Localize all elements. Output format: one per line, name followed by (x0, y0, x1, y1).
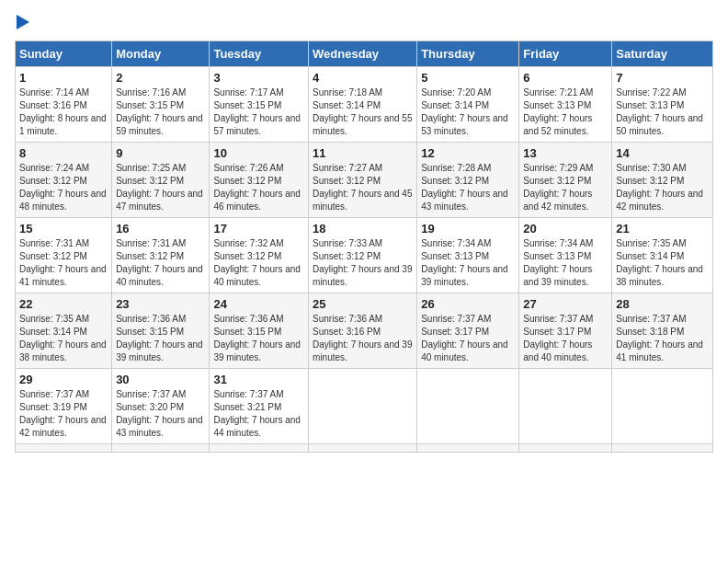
daylight: Daylight: 7 hours and 45 minutes. (313, 189, 412, 212)
day-info: Sunrise: 7:37 AM Sunset: 3:17 PM Dayligh… (523, 313, 608, 364)
day-info: Sunrise: 7:31 AM Sunset: 3:12 PM Dayligh… (19, 237, 108, 289)
daylight: Daylight: 7 hours and 39 minutes. (421, 264, 508, 287)
day-info: Sunrise: 7:36 AM Sunset: 3:16 PM Dayligh… (313, 313, 413, 364)
sunrise: Sunrise: 7:37 AM (213, 389, 283, 399)
sunset: Sunset: 3:12 PM (213, 176, 281, 186)
day-number: 19 (421, 222, 515, 236)
calendar-day-cell: 2 Sunrise: 7:16 AM Sunset: 3:15 PM Dayli… (112, 67, 210, 143)
sunset: Sunset: 3:16 PM (313, 327, 381, 337)
col-thursday: Thursday (417, 41, 519, 67)
calendar-day-cell (16, 444, 112, 453)
sunrise: Sunrise: 7:37 AM (421, 314, 491, 324)
daylight: Daylight: 7 hours and 48 minutes. (19, 189, 107, 212)
calendar-day-cell: 27 Sunrise: 7:37 AM Sunset: 3:17 PM Dayl… (519, 293, 612, 369)
day-info: Sunrise: 7:17 AM Sunset: 3:15 PM Dayligh… (213, 86, 304, 138)
day-info: Sunrise: 7:32 AM Sunset: 3:12 PM Dayligh… (213, 237, 304, 289)
sunset: Sunset: 3:15 PM (116, 100, 184, 110)
sunset: Sunset: 3:12 PM (116, 176, 184, 186)
calendar-day-cell: 11 Sunrise: 7:27 AM Sunset: 3:12 PM Dayl… (309, 143, 417, 218)
daylight: Daylight: 7 hours and 38 minutes. (19, 339, 107, 362)
day-number: 24 (213, 297, 304, 311)
sunrise: Sunrise: 7:25 AM (116, 163, 186, 173)
calendar-week-row (16, 444, 713, 453)
sunset: Sunset: 3:12 PM (116, 251, 184, 261)
sunset: Sunset: 3:13 PM (523, 100, 591, 110)
daylight: Daylight: 7 hours and 47 minutes. (116, 189, 203, 212)
day-info: Sunrise: 7:27 AM Sunset: 3:12 PM Dayligh… (313, 162, 413, 213)
calendar-day-cell: 16 Sunrise: 7:31 AM Sunset: 3:12 PM Dayl… (112, 218, 210, 293)
day-number: 18 (313, 222, 413, 236)
daylight: Daylight: 7 hours and 57 minutes. (213, 113, 301, 136)
calendar-day-cell: 30 Sunrise: 7:37 AM Sunset: 3:20 PM Dayl… (112, 369, 210, 444)
calendar-day-cell: 25 Sunrise: 7:36 AM Sunset: 3:16 PM Dayl… (309, 293, 417, 369)
day-number: 7 (616, 71, 709, 85)
calendar-day-cell: 6 Sunrise: 7:21 AM Sunset: 3:13 PM Dayli… (519, 67, 612, 143)
day-info: Sunrise: 7:34 AM Sunset: 3:13 PM Dayligh… (421, 237, 515, 289)
sunrise: Sunrise: 7:37 AM (523, 314, 593, 324)
sunrise: Sunrise: 7:36 AM (116, 314, 186, 324)
day-number: 13 (523, 146, 608, 160)
daylight: Daylight: 7 hours and 41 minutes. (19, 264, 107, 287)
day-number: 31 (213, 373, 304, 386)
calendar-day-cell: 4 Sunrise: 7:18 AM Sunset: 3:14 PM Dayli… (309, 67, 417, 143)
calendar-day-cell: 20 Sunrise: 7:34 AM Sunset: 3:13 PM Dayl… (519, 218, 612, 293)
calendar-day-cell (519, 369, 612, 444)
sunrise: Sunrise: 7:33 AM (313, 238, 382, 248)
day-info: Sunrise: 7:14 AM Sunset: 3:16 PM Dayligh… (19, 86, 108, 138)
logo (15, 15, 29, 29)
daylight: Daylight: 7 hours and 42 minutes. (523, 189, 592, 212)
day-number: 21 (616, 222, 709, 236)
calendar-day-cell (210, 444, 309, 453)
sunset: Sunset: 3:19 PM (19, 402, 87, 412)
day-info: Sunrise: 7:34 AM Sunset: 3:13 PM Dayligh… (523, 237, 608, 289)
sunrise: Sunrise: 7:22 AM (616, 87, 686, 98)
calendar-week-row: 1 Sunrise: 7:14 AM Sunset: 3:16 PM Dayli… (16, 67, 713, 143)
day-info: Sunrise: 7:28 AM Sunset: 3:12 PM Dayligh… (421, 162, 515, 213)
daylight: Daylight: 7 hours and 43 minutes. (421, 189, 508, 212)
sunrise: Sunrise: 7:21 AM (523, 87, 593, 98)
calendar-week-row: 22 Sunrise: 7:35 AM Sunset: 3:14 PM Dayl… (16, 293, 713, 369)
sunset: Sunset: 3:14 PM (421, 100, 489, 110)
calendar-day-cell: 26 Sunrise: 7:37 AM Sunset: 3:17 PM Dayl… (417, 293, 519, 369)
sunrise: Sunrise: 7:37 AM (19, 389, 89, 399)
daylight: Daylight: 7 hours and 38 minutes. (616, 264, 703, 287)
sunset: Sunset: 3:12 PM (313, 251, 381, 261)
day-number: 11 (313, 146, 413, 160)
calendar-day-cell: 14 Sunrise: 7:30 AM Sunset: 3:12 PM Dayl… (612, 143, 713, 218)
sunrise: Sunrise: 7:31 AM (19, 238, 89, 248)
calendar-day-cell (612, 369, 713, 444)
day-info: Sunrise: 7:25 AM Sunset: 3:12 PM Dayligh… (116, 162, 205, 213)
day-info: Sunrise: 7:36 AM Sunset: 3:15 PM Dayligh… (116, 313, 205, 364)
sunset: Sunset: 3:14 PM (313, 100, 381, 110)
day-number: 6 (523, 71, 608, 85)
sunrise: Sunrise: 7:36 AM (213, 314, 283, 324)
day-number: 10 (213, 146, 304, 160)
daylight: Daylight: 7 hours and 46 minutes. (213, 189, 301, 212)
calendar-day-cell (112, 444, 210, 453)
day-number: 23 (116, 297, 205, 311)
day-number: 16 (116, 222, 205, 236)
daylight: Daylight: 7 hours and 40 minutes. (523, 339, 592, 362)
day-info: Sunrise: 7:37 AM Sunset: 3:20 PM Dayligh… (116, 388, 205, 440)
calendar-day-cell (519, 444, 612, 453)
calendar-day-cell: 13 Sunrise: 7:29 AM Sunset: 3:12 PM Dayl… (519, 143, 612, 218)
sunset: Sunset: 3:21 PM (213, 402, 281, 412)
daylight: Daylight: 7 hours and 40 minutes. (421, 339, 508, 362)
day-number: 5 (421, 71, 515, 85)
calendar-day-cell: 7 Sunrise: 7:22 AM Sunset: 3:13 PM Dayli… (612, 67, 713, 143)
sunrise: Sunrise: 7:35 AM (616, 238, 686, 248)
calendar-week-row: 8 Sunrise: 7:24 AM Sunset: 3:12 PM Dayli… (16, 143, 713, 218)
day-info: Sunrise: 7:37 AM Sunset: 3:17 PM Dayligh… (421, 313, 515, 364)
day-info: Sunrise: 7:35 AM Sunset: 3:14 PM Dayligh… (616, 237, 709, 289)
day-number: 15 (19, 222, 108, 236)
calendar-day-cell: 21 Sunrise: 7:35 AM Sunset: 3:14 PM Dayl… (612, 218, 713, 293)
sunset: Sunset: 3:15 PM (213, 327, 281, 337)
daylight: Daylight: 7 hours and 50 minutes. (616, 113, 703, 136)
logo-arrow-icon (17, 15, 29, 29)
calendar-day-cell (309, 369, 417, 444)
daylight: Daylight: 7 hours and 40 minutes. (116, 264, 203, 287)
day-number: 8 (19, 146, 108, 160)
sunset: Sunset: 3:17 PM (421, 327, 489, 337)
sunrise: Sunrise: 7:35 AM (19, 314, 89, 324)
calendar-week-row: 29 Sunrise: 7:37 AM Sunset: 3:19 PM Dayl… (16, 369, 713, 444)
